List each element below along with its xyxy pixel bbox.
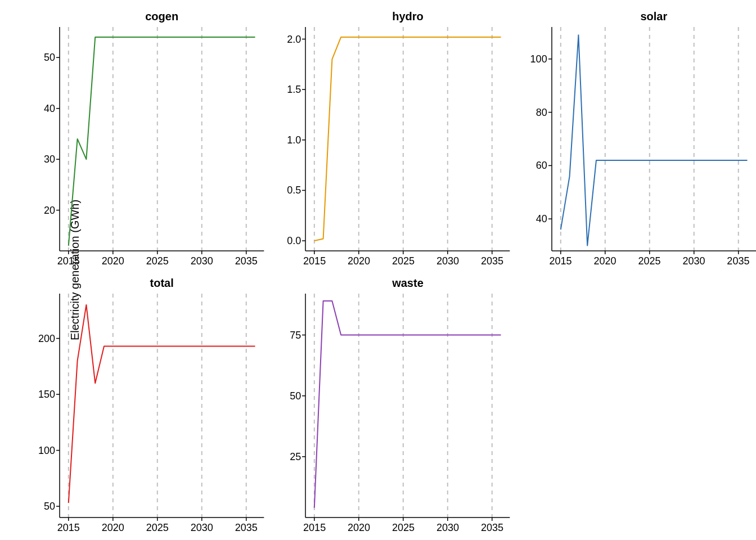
y-tick-label: 25: [290, 451, 301, 462]
x-tick-label: 2025: [392, 255, 415, 267]
y-tick-label: 40: [44, 102, 55, 114]
y-tick-label: 50: [290, 390, 301, 402]
chart-panel-solar: solar40608010020152020202520302035: [552, 27, 756, 251]
data-line: [305, 27, 510, 251]
y-tick-label: 20: [44, 204, 55, 216]
x-tick-label: 2020: [102, 255, 124, 267]
y-tick-label: 200: [38, 332, 55, 344]
x-tick-label: 2035: [235, 255, 258, 267]
chart-title: solar: [552, 10, 756, 23]
plot-area: 25507520152020202520302035: [305, 294, 510, 518]
x-tick-label: 2030: [191, 522, 213, 534]
chart-panel-hydro: hydro0.00.51.01.52.020152020202520302035: [305, 27, 510, 251]
y-tick-label: 100: [530, 53, 547, 65]
data-line: [552, 27, 756, 251]
y-tick-label: 50: [44, 52, 55, 64]
y-tick-label: 80: [536, 106, 547, 118]
plot-area: 40608010020152020202520302035: [552, 27, 756, 251]
chart-panel-total: total5010015020020152020202520302035: [60, 294, 264, 518]
y-tick-label: 1.5: [287, 84, 301, 96]
x-tick-label: 2015: [57, 522, 80, 534]
plot-area: 2030405020152020202520302035: [60, 27, 264, 251]
x-tick-label: 2030: [682, 255, 705, 267]
x-tick-label: 2020: [593, 255, 616, 267]
plot-area: 5010015020020152020202520302035: [60, 294, 264, 518]
x-tick-label: 2015: [57, 255, 80, 267]
x-tick-label: 2030: [436, 255, 459, 267]
y-tick-label: 75: [290, 329, 301, 341]
chart-panel-cogen: cogen2030405020152020202520302035: [60, 27, 264, 251]
x-tick-label: 2025: [392, 522, 415, 534]
x-tick-label: 2035: [727, 255, 749, 267]
x-tick-label: 2015: [549, 255, 572, 267]
chart-title: waste: [305, 277, 510, 290]
y-tick-label: 100: [38, 444, 55, 456]
data-line: [60, 27, 264, 251]
x-tick-label: 2025: [638, 255, 660, 267]
x-tick-label: 2030: [191, 255, 213, 267]
y-tick-label: 60: [536, 160, 547, 172]
x-tick-label: 2030: [436, 522, 459, 534]
y-tick-label: 1.0: [287, 134, 301, 146]
chart-panel-waste: waste25507520152020202520302035: [305, 294, 510, 518]
x-tick-label: 2025: [146, 255, 169, 267]
y-tick-label: 0.5: [287, 184, 301, 196]
x-tick-label: 2015: [303, 255, 326, 267]
y-tick-label: 50: [44, 501, 55, 512]
x-tick-label: 2020: [348, 255, 370, 267]
chart-title: hydro: [305, 10, 510, 23]
y-tick-label: 30: [44, 154, 55, 165]
x-tick-label: 2015: [303, 522, 326, 534]
data-line: [60, 294, 264, 518]
x-tick-label: 2025: [146, 522, 169, 534]
y-tick-label: 40: [536, 213, 547, 225]
y-tick-label: 2.0: [287, 33, 301, 45]
x-tick-label: 2035: [235, 522, 258, 534]
y-tick-label: 150: [38, 389, 55, 400]
x-tick-label: 2020: [348, 522, 370, 534]
plot-area: 0.00.51.01.52.020152020202520302035: [305, 27, 510, 251]
figure: Electricity generation (GWh) cogen203040…: [0, 0, 756, 540]
x-tick-label: 2035: [481, 255, 503, 267]
chart-title: total: [60, 277, 264, 290]
y-tick-label: 0.0: [287, 235, 301, 247]
x-tick-label: 2035: [481, 522, 503, 534]
chart-title: cogen: [60, 10, 264, 23]
x-tick-label: 2020: [102, 522, 124, 534]
data-line: [305, 294, 510, 518]
